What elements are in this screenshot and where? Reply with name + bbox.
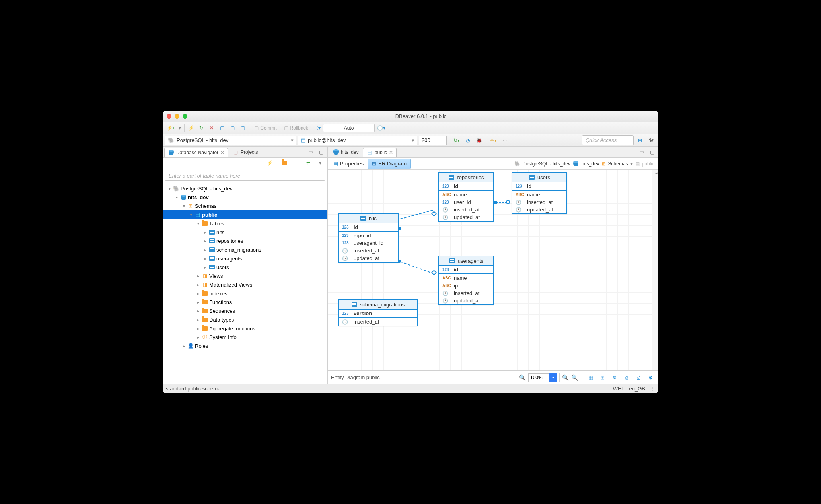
disclosure-icon[interactable]: ▸ (203, 265, 208, 269)
tree-row[interactable]: ▸Functions (163, 298, 327, 306)
tab-projects[interactable]: ▢ Projects (229, 147, 261, 157)
undo-icon[interactable]: ⤺ (500, 136, 510, 145)
search-icon[interactable]: 🔍 (519, 374, 526, 381)
tree-row[interactable]: ▸Aggregate functions (163, 324, 327, 333)
connection-selector[interactable]: 🐘 PostgreSQL - hits_dev ▾ (165, 136, 296, 145)
rollback-button[interactable]: ▢Rollback (281, 124, 311, 132)
entity-useragents[interactable]: useragents123idABCnameABCip🕓inserted_at🕓… (438, 256, 494, 305)
entity-column[interactable]: 123repo_id (339, 232, 398, 239)
disclosure-icon[interactable]: ▾ (189, 213, 193, 217)
disclosure-icon[interactable]: ▸ (196, 300, 200, 304)
link-icon[interactable]: ⇄ (303, 159, 313, 167)
close-tab-icon[interactable]: ✕ (220, 150, 224, 155)
tree-row[interactable]: ▸ⓘSystem Info (163, 333, 327, 341)
view-menu-icon[interactable]: ▾ (315, 159, 325, 167)
entity-column[interactable]: 🕓inserted_at (339, 318, 417, 326)
entity-column[interactable]: 🕓updated_at (512, 206, 566, 213)
maximize-editor-icon[interactable]: ▢ (647, 148, 657, 157)
dbeaver-icon[interactable]: 🐿 (646, 136, 656, 145)
entity-column[interactable]: 🕓inserted_at (339, 247, 398, 254)
sql-open-icon[interactable]: ▢ (238, 124, 247, 132)
entity-column[interactable]: 🕓inserted_at (439, 206, 493, 213)
grid-icon[interactable]: ⊞ (598, 373, 607, 382)
entity-users[interactable]: users123idABCname🕓inserted_at🕓updated_at (512, 172, 567, 214)
tree-row[interactable]: ▾⊞Schemas (163, 202, 327, 210)
entity-header[interactable]: repositories (439, 173, 493, 182)
entity-column[interactable]: ABCname (439, 274, 493, 282)
history-icon[interactable]: 🕘▾ (375, 124, 387, 132)
entity-column[interactable]: 🕓inserted_at (512, 198, 566, 206)
tree-row[interactable]: ▸Indexes (163, 289, 327, 298)
tree-row[interactable]: ▸◨Materialized Views (163, 280, 327, 289)
entity-column[interactable]: 123id (439, 182, 493, 191)
disclosure-icon[interactable]: ▸ (196, 335, 200, 339)
entity-schema-migrations[interactable]: schema_migrations123version🕓inserted_at (338, 299, 418, 326)
tree-row[interactable]: ▸◨Views (163, 271, 327, 280)
entity-column[interactable]: 123version (339, 310, 417, 318)
zoom-input[interactable] (528, 373, 549, 382)
er-canvas[interactable]: hits123id123repo_id123useragent_id🕓inser… (328, 170, 658, 371)
disclosure-icon[interactable]: ▸ (203, 239, 208, 243)
entity-column[interactable]: 123id (512, 182, 566, 191)
close-icon[interactable] (167, 114, 171, 119)
disclosure-icon[interactable]: ▸ (203, 248, 208, 252)
entity-column[interactable]: ABCip (439, 282, 493, 289)
tree-row[interactable]: ▸users (163, 263, 327, 271)
new-connection-icon[interactable]: ⚡+ (265, 159, 277, 167)
disclosure-icon[interactable]: ▸ (203, 230, 208, 235)
entity-column[interactable]: 🕓updated_at (339, 254, 398, 262)
refresh-connection-icon[interactable]: ↻ (196, 124, 206, 132)
tree-row[interactable]: ▸👤Roles (163, 341, 327, 350)
disclosure-icon[interactable]: ▸ (196, 291, 200, 296)
schema-selector[interactable]: ▤ public@hits_dev ▾ (298, 136, 417, 145)
tree-row[interactable]: ▸Data types (163, 315, 327, 324)
entity-column[interactable]: 123useragent_id (339, 239, 398, 247)
plug-connect-icon[interactable]: ⚡+ (165, 124, 176, 132)
plug-icon[interactable]: ⚡ (186, 124, 196, 132)
entity-column[interactable]: ABCname (439, 191, 493, 198)
minimize-view-icon[interactable]: ▭ (306, 148, 315, 157)
close-tab-icon[interactable]: ✕ (389, 150, 393, 155)
debug-icon[interactable]: 🐞 (474, 136, 484, 145)
commit-button[interactable]: ▢Commit (251, 124, 280, 132)
subtab-er-diagram[interactable]: ⊞ ER Diagram (368, 159, 411, 169)
tree-row[interactable]: ▾🐘PostgreSQL - hits_dev (163, 184, 327, 193)
disclosure-icon[interactable]: ▾ (167, 186, 172, 191)
result-limit-input[interactable] (419, 136, 447, 145)
breadcrumb-schemas[interactable]: Schemas (608, 161, 628, 167)
entity-header[interactable]: schema_migrations (339, 300, 417, 310)
chevron-down-icon[interactable]: ▾ (177, 124, 183, 132)
tree-row[interactable]: ▾Tables (163, 219, 327, 228)
zoom-dropdown[interactable]: ▾ (549, 373, 557, 382)
entity-repositories[interactable]: repositories123idABCname123user_id🕓inser… (438, 172, 494, 222)
vertical-scrollbar[interactable] (652, 170, 658, 370)
highlight-icon[interactable]: ✏▾ (489, 136, 498, 145)
breadcrumb-db[interactable]: hits_dev (582, 161, 599, 167)
filter-input[interactable] (165, 171, 325, 181)
disclosure-icon[interactable]: ▸ (196, 274, 200, 278)
disclosure-icon[interactable]: ▾ (174, 195, 179, 200)
disclosure-icon[interactable]: ▸ (196, 309, 200, 313)
tab-public[interactable]: ▤ public ✕ (363, 148, 397, 157)
breadcrumb-schema[interactable]: public (642, 161, 654, 167)
print-icon[interactable]: 🖨 (634, 373, 643, 382)
tx-config-icon[interactable]: T⁚▾ (312, 124, 322, 132)
disclosure-icon[interactable]: ▾ (181, 204, 186, 208)
subtab-properties[interactable]: ▤ Properties (329, 159, 368, 169)
entity-header[interactable]: users (512, 173, 566, 182)
quick-access-input[interactable]: Quick Access (582, 135, 634, 145)
refresh-diagram-icon[interactable]: ↻ (610, 373, 619, 382)
entity-column[interactable]: 🕓updated_at (439, 297, 493, 304)
maximize-view-icon[interactable]: ▢ (316, 148, 326, 157)
entity-hits[interactable]: hits123id123repo_id123useragent_id🕓inser… (338, 213, 399, 263)
zoom-out-icon[interactable]: 🔍 (571, 374, 578, 381)
breadcrumb-connection[interactable]: PostgreSQL - hits_dev (523, 161, 570, 167)
disclosure-icon[interactable]: ▾ (196, 221, 200, 226)
tree-row[interactable]: ▾hits_dev (163, 193, 327, 202)
disconnect-icon[interactable]: ✕ (207, 124, 216, 132)
settings-icon[interactable]: ⚙ (646, 373, 655, 382)
disclosure-icon[interactable]: ▸ (196, 326, 200, 331)
navigator-tree[interactable]: ▾🐘PostgreSQL - hits_dev▾hits_dev▾⊞Schema… (163, 183, 327, 384)
entity-header[interactable]: hits (339, 214, 398, 223)
zoom-in-icon[interactable]: 🔍 (562, 374, 569, 381)
